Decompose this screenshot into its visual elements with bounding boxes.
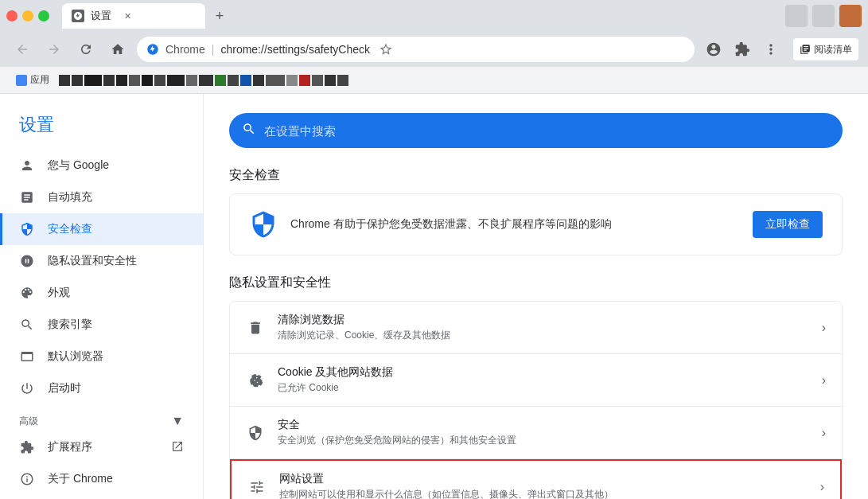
settings-search-input[interactable]	[264, 124, 830, 138]
clear-browsing-content: 清除浏览数据 清除浏览记录、Cookie、缓存及其他数据	[278, 313, 809, 342]
cookie-icon	[246, 371, 265, 390]
reading-list-label: 阅读清单	[814, 43, 852, 57]
address-bar[interactable]: Chrome | chrome://settings/safetyCheck	[137, 37, 695, 62]
back-button[interactable]	[10, 37, 35, 62]
sidebar-item-search[interactable]: 搜索引擎	[0, 309, 203, 341]
security-item[interactable]: 安全 安全浏览（保护您免受危险网站的侵害）和其他安全设置 ›	[230, 407, 842, 459]
sidebar-item-appearance[interactable]: 外观	[0, 277, 203, 309]
bm-17[interactable]	[325, 75, 336, 86]
bm-16[interactable]	[312, 75, 323, 86]
clear-browsing-subtitle: 清除浏览记录、Cookie、缓存及其他数据	[278, 329, 809, 342]
refresh-button[interactable]	[73, 37, 99, 62]
profile-button[interactable]	[701, 37, 726, 62]
sliders-icon	[247, 478, 267, 497]
reading-list-button[interactable]: 阅读清单	[793, 38, 858, 60]
forward-button[interactable]	[41, 37, 67, 62]
bookmark-apps[interactable]: 应用	[10, 70, 56, 91]
sidebar-item-google[interactable]: 您与 Google	[0, 150, 203, 181]
site-settings-subtitle: 控制网站可以使用和显示什么信息（如位置信息、摄像头、弹出式窗口及其他）	[279, 488, 808, 499]
bm-6[interactable]	[129, 75, 140, 86]
sidebar-advanced-section[interactable]: 高级 ▼	[0, 404, 203, 431]
sidebar-item-startup[interactable]: 启动时	[0, 372, 203, 404]
bm-14[interactable]	[266, 75, 285, 86]
new-tab-button[interactable]: +	[208, 5, 231, 27]
cookies-item[interactable]: Cookie 及其他网站数据 已允许 Cookie ›	[230, 354, 842, 407]
browser-icon	[19, 349, 35, 365]
privacy-menu-list: 清除浏览数据 清除浏览记录、Cookie、缓存及其他数据 › Cookie 及其…	[229, 301, 843, 499]
extensions-button[interactable]	[730, 37, 755, 62]
sidebar-item-about[interactable]: 关于 Chrome	[0, 463, 203, 495]
window-control-2[interactable]	[812, 5, 835, 27]
nav-right-controls	[701, 37, 784, 62]
search-bar-icon	[242, 122, 256, 139]
bm-3[interactable]	[84, 75, 102, 86]
bm-green[interactable]	[215, 75, 226, 86]
settings-search-bar[interactable]	[229, 113, 843, 148]
active-tab[interactable]: 设置 ✕	[62, 3, 205, 29]
bookmark-star-button[interactable]	[376, 40, 395, 59]
address-site: Chrome	[165, 43, 205, 56]
bm-2[interactable]	[72, 75, 83, 86]
startup-icon	[19, 380, 35, 396]
cookies-arrow-icon: ›	[822, 373, 826, 388]
sidebar-item-privacy[interactable]: 隐私设置和安全性	[0, 245, 203, 277]
safety-check-section-title: 安全检查	[229, 167, 843, 184]
bm-10[interactable]	[186, 75, 197, 86]
minimize-button[interactable]	[22, 10, 33, 21]
bm-4[interactable]	[103, 75, 115, 86]
sidebar-appearance-label: 外观	[48, 286, 70, 300]
bm-blue[interactable]	[240, 75, 251, 86]
tab-close-button[interactable]: ✕	[121, 10, 134, 22]
window-control-3[interactable]	[839, 5, 862, 27]
cookies-subtitle: 已允许 Cookie	[278, 381, 809, 395]
sidebar-item-default-browser[interactable]: 默认浏览器	[0, 341, 203, 372]
maximize-button[interactable]	[38, 10, 49, 21]
sidebar-item-safety[interactable]: 安全检查	[0, 213, 203, 245]
shield-icon	[19, 221, 35, 237]
address-path: chrome://settings/safetyCheck	[220, 43, 370, 56]
site-settings-content: 网站设置 控制网站可以使用和显示什么信息（如位置信息、摄像头、弹出式窗口及其他）	[279, 472, 808, 499]
more-menu-button[interactable]	[758, 37, 784, 62]
privacy-section-title: 隐私设置和安全性	[229, 275, 843, 291]
security-shield-icon	[246, 423, 265, 442]
bookmark-icon	[16, 75, 27, 86]
window-control-1[interactable]	[785, 5, 808, 27]
clear-browsing-item[interactable]: 清除浏览数据 清除浏览记录、Cookie、缓存及其他数据 ›	[230, 302, 842, 354]
sidebar-item-autofill[interactable]: 自动填充	[0, 181, 203, 213]
tab-bar: 设置 ✕ +	[62, 3, 779, 29]
safety-check-card: Chrome 有助于保护您免受数据泄露、不良扩展程序等问题的影响 立即检查	[229, 193, 843, 255]
cookies-title: Cookie 及其他网站数据	[278, 365, 809, 380]
search-icon	[19, 317, 35, 333]
autofill-icon	[19, 189, 35, 205]
sidebar-safety-label: 安全检查	[48, 222, 92, 236]
site-settings-arrow-icon: ›	[820, 480, 824, 494]
address-divider: |	[212, 43, 215, 56]
appearance-icon	[19, 285, 35, 301]
sidebar-search-label: 搜索引擎	[48, 318, 92, 332]
safety-check-button[interactable]: 立即检查	[753, 211, 823, 238]
person-icon	[19, 158, 35, 173]
bm-red[interactable]	[299, 75, 310, 86]
security-title: 安全	[278, 418, 809, 432]
advanced-arrow-icon: ▼	[171, 414, 184, 428]
close-button[interactable]	[6, 10, 18, 21]
bm-8[interactable]	[154, 75, 165, 86]
bm-5[interactable]	[116, 75, 127, 86]
sidebar-title: 设置	[0, 107, 203, 150]
site-settings-item[interactable]: 网站设置 控制网站可以使用和显示什么信息（如位置信息、摄像头、弹出式窗口及其他）…	[230, 459, 842, 499]
security-subtitle: 安全浏览（保护您免受危险网站的侵害）和其他安全设置	[278, 434, 809, 447]
bm-13[interactable]	[253, 75, 264, 86]
sidebar-item-extensions[interactable]: 扩展程序	[0, 431, 203, 463]
clear-browsing-arrow-icon: ›	[822, 321, 826, 335]
bm-11[interactable]	[199, 75, 213, 86]
nav-bar: Chrome | chrome://settings/safetyCheck 阅…	[0, 32, 868, 67]
bm-15[interactable]	[286, 75, 298, 86]
bm-7[interactable]	[142, 75, 153, 86]
home-button[interactable]	[105, 37, 130, 62]
security-arrow-icon: ›	[822, 426, 826, 440]
bm-9[interactable]	[167, 75, 185, 86]
advanced-label: 高级	[19, 415, 38, 428]
bm-12[interactable]	[228, 75, 239, 86]
bm-18[interactable]	[337, 75, 348, 86]
bm-1[interactable]	[59, 75, 70, 86]
